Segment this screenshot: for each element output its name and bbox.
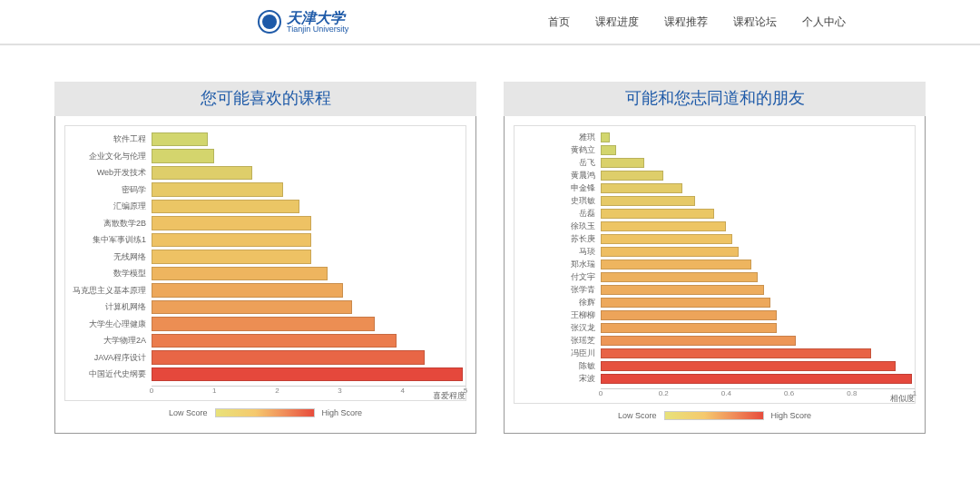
bar-label: 王柳柳: [514, 309, 601, 321]
bar-label: 黄晨鸿: [514, 170, 601, 181]
bar-label: 密码学: [65, 184, 152, 196]
bar-fill: [152, 216, 311, 230]
bar-label: 岳磊: [514, 208, 601, 220]
bar-row: 张学青: [514, 284, 915, 296]
friends-axis: 00.20.40.60.81相似度: [601, 388, 915, 403]
courses-card: 您可能喜欢的课程 软件工程企业文化与伦理Web开发技术密码学汇编原理离散数学2B…: [54, 82, 476, 434]
bar-row: 集中军事训练1: [65, 232, 466, 248]
bar-label: JAVA程序设计: [65, 352, 152, 364]
friends-card: 可能和您志同道和的朋友 雅琪黄鹤立岳飞黄晨鸿申金锋史琪敏岳磊徐玖玉苏长庚马琰郑水…: [504, 82, 926, 434]
bar-fill: [601, 209, 714, 219]
bar-label: 软件工程: [65, 133, 152, 145]
bar-label: 宋波: [514, 373, 601, 385]
bar-row: 王柳柳: [514, 309, 915, 321]
legend-low-label: Low Score: [618, 411, 657, 420]
axis-tick: 0: [150, 387, 153, 395]
bar-row: 无线网络: [65, 250, 466, 265]
bar-row: 雅琪: [514, 132, 915, 143]
bar-fill: [152, 317, 375, 331]
bar-fill: [601, 171, 663, 181]
bar-fill: [152, 300, 352, 315]
bar-label: 计算机网络: [65, 301, 152, 313]
bar-label: Web开发技术: [65, 167, 152, 179]
bar-label: 陈敏: [514, 360, 601, 372]
axis-tick: 0.8: [847, 389, 857, 397]
nav-progress[interactable]: 课程进度: [595, 15, 639, 30]
bar-row: Web开发技术: [65, 165, 466, 181]
bar-row: 马琰: [514, 246, 915, 258]
bar-row: 张汉龙: [514, 322, 915, 334]
brand-name-cn: 天津大学: [287, 11, 348, 25]
bar-fill: [601, 183, 682, 193]
bar-row: 张瑶芝: [514, 335, 915, 347]
bar-fill: [601, 260, 751, 269]
bar-fill: [601, 310, 777, 320]
bar-fill: [152, 283, 343, 298]
bar-fill: [601, 272, 758, 282]
bar-fill: [152, 350, 425, 365]
bar-row: JAVA程序设计: [65, 350, 466, 366]
axis-label: 相似度: [890, 393, 915, 405]
axis-label: 喜爱程度: [433, 390, 466, 402]
legend-high-label: High Score: [771, 411, 812, 420]
legend-high-label: High Score: [322, 408, 363, 417]
bar-row: 计算机网络: [65, 299, 466, 315]
nav-forum[interactable]: 课程论坛: [733, 15, 777, 30]
bar-fill: [152, 250, 311, 264]
bar-row: 黄鹤立: [514, 144, 915, 156]
bar-row: 中国近代史纲要: [65, 367, 466, 382]
bar-row: 史琪敏: [514, 195, 915, 207]
friends-chart: 雅琪黄鹤立岳飞黄晨鸿申金锋史琪敏岳磊徐玖玉苏长庚马琰郑水瑞付文宇张学青徐辉王柳柳…: [514, 125, 916, 404]
bar-row: 付文宇: [514, 271, 915, 283]
bar-fill: [601, 285, 764, 295]
bar-label: 申金锋: [514, 182, 601, 194]
courses-bars: 软件工程企业文化与伦理Web开发技术密码学汇编原理离散数学2B集中军事训练1无线…: [65, 132, 466, 386]
bar-label: 集中军事训练1: [65, 234, 152, 246]
bar-row: 申金锋: [514, 182, 915, 194]
bar-row: 郑水瑞: [514, 259, 915, 270]
nav-home[interactable]: 首页: [548, 15, 570, 30]
bar-row: 岳磊: [514, 208, 915, 220]
bar-label: 离散数学2B: [65, 218, 152, 230]
bar-row: 陈敏: [514, 360, 915, 372]
university-seal-icon: [258, 10, 281, 34]
bar-row: 宋波: [514, 373, 915, 385]
axis-tick: 0: [599, 389, 603, 397]
nav-recommend[interactable]: 课程推荐: [664, 15, 708, 30]
bar-row: 汇编原理: [65, 199, 466, 214]
legend-gradient-icon: [664, 411, 764, 420]
nav-profile[interactable]: 个人中心: [802, 15, 846, 30]
bar-row: 岳飞: [514, 157, 915, 169]
bar-row: 苏长庚: [514, 233, 915, 245]
bar-fill: [601, 196, 695, 206]
bar-fill: [152, 149, 214, 163]
bar-label: 徐辉: [514, 297, 601, 309]
bar-label: 汇编原理: [65, 201, 152, 212]
courses-legend: Low Score High Score: [64, 401, 466, 426]
bar-fill: [152, 166, 252, 181]
friends-bars: 雅琪黄鹤立岳飞黄晨鸿申金锋史琪敏岳磊徐玖玉苏长庚马琰郑水瑞付文宇张学青徐辉王柳柳…: [514, 132, 915, 388]
bar-label: 企业文化与伦理: [65, 151, 152, 162]
bar-fill: [601, 158, 644, 168]
axis-tick: 1: [212, 387, 216, 395]
bar-fill: [152, 233, 311, 248]
bar-label: 郑水瑞: [514, 259, 601, 270]
axis-tick: 0.4: [721, 389, 731, 397]
courses-chart: 软件工程企业文化与伦理Web开发技术密码学汇编原理离散数学2B集中军事训练1无线…: [64, 125, 466, 401]
bar-fill: [601, 298, 770, 308]
bar-row: 徐辉: [514, 297, 915, 309]
bar-fill: [601, 323, 777, 333]
axis-tick: 4: [401, 387, 405, 395]
bar-fill: [601, 374, 912, 384]
friends-card-title: 可能和您志同道和的朋友: [504, 82, 926, 116]
bar-label: 岳飞: [514, 157, 601, 169]
legend-low-label: Low Score: [169, 408, 208, 417]
bar-row: 企业文化与伦理: [65, 149, 466, 164]
bar-fill: [152, 267, 328, 281]
friends-legend: Low Score High Score: [514, 404, 916, 429]
bar-label: 张汉龙: [514, 322, 601, 334]
bar-label: 苏长庚: [514, 233, 601, 245]
bar-row: 数学模型: [65, 266, 466, 281]
courses-card-title: 您可能喜欢的课程: [54, 82, 476, 116]
bar-fill: [601, 361, 896, 371]
